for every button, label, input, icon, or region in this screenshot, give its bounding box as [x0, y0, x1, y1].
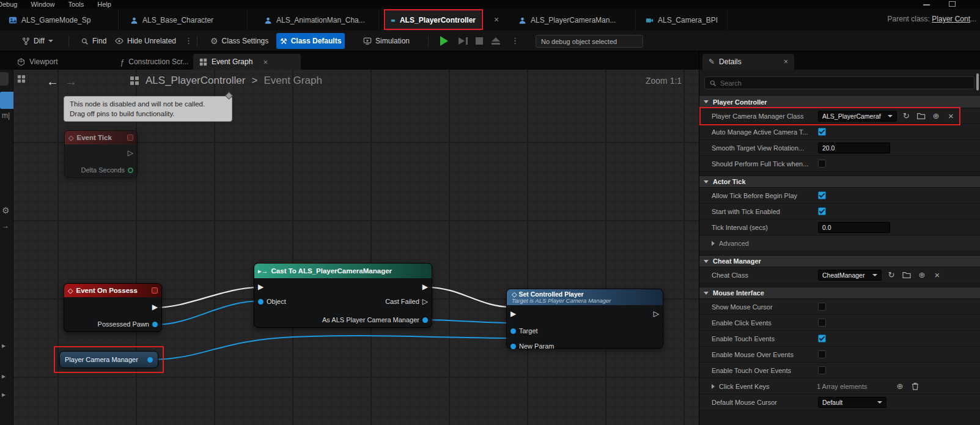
minimize-icon[interactable]	[923, 1, 930, 6]
cast-failed-pin[interactable]: Cast Failed ▷	[385, 298, 428, 305]
touch-events-checkbox[interactable]	[818, 334, 826, 342]
tab-als-playercontroller[interactable]: ALS_PlayerController	[386, 10, 481, 31]
nav-forward-arrow[interactable]: →	[65, 75, 77, 89]
nav-back-arrow[interactable]: ←	[46, 75, 59, 89]
menu-window[interactable]: Window	[24, 1, 61, 8]
hide-unrelated-options-icon[interactable]: ⋮	[185, 36, 193, 45]
start-tick-checkbox[interactable]	[818, 207, 826, 215]
browse-folder-icon[interactable]	[916, 113, 926, 120]
trash-icon[interactable]	[910, 382, 921, 390]
breadcrumb-leaf[interactable]: Event Graph	[263, 75, 322, 87]
exec-out-pin[interactable]: ▶	[422, 283, 428, 290]
node-cast-to-als-playercameramanager[interactable]: ▸→ Cast To ALS_PlayerCameraManager ▶ Obj…	[254, 263, 432, 328]
browse-folder-icon[interactable]	[901, 272, 912, 279]
section-mouse-interface[interactable]: Mouse Interface	[699, 287, 980, 299]
row-advanced-expander[interactable]: Advanced	[699, 235, 980, 251]
exec-out-pin[interactable]: ▷	[128, 149, 133, 157]
close-tab-icon[interactable]: ×	[784, 57, 788, 66]
tab-als-gamemode[interactable]: ALS_GameMode_Sp	[4, 10, 119, 31]
tab-als-base-character[interactable]: ALS_Base_Character	[125, 10, 248, 31]
section-player-controller[interactable]: Player Controller	[699, 96, 980, 108]
tab-viewport[interactable]: Viewport	[11, 54, 64, 70]
default-cursor-dropdown[interactable]: Default	[818, 397, 886, 408]
delta-seconds-pin[interactable]: Delta Seconds	[81, 166, 133, 174]
tick-interval-field[interactable]: 0.0	[818, 222, 890, 233]
find-button[interactable]: Find	[77, 33, 110, 49]
target-pin[interactable]: Target	[510, 327, 538, 334]
tab-als-animationman[interactable]: ALS_AnimationMan_Cha...	[259, 10, 379, 31]
exec-out-pin[interactable]: ▷	[654, 310, 659, 317]
object-pin[interactable]: Object	[258, 298, 286, 305]
panel-icon[interactable]	[0, 72, 9, 86]
breadcrumb-root[interactable]: ALS_PlayerController	[146, 75, 245, 87]
person-icon	[518, 17, 526, 24]
tab-als-playercameraman[interactable]: ALS_PlayerCameraMan...	[514, 10, 636, 31]
menu-debug[interactable]: Debug	[0, 1, 24, 8]
pcm-class-dropdown[interactable]: ALS_PlayerCameraf	[818, 111, 897, 122]
menu-help[interactable]: Help	[90, 1, 118, 8]
add-icon[interactable]: ⊕	[930, 112, 941, 120]
class-defaults-button[interactable]: ⚒ Class Defaults	[276, 33, 345, 49]
stop-button[interactable]	[472, 33, 487, 49]
class-settings-button[interactable]: ⚙ Class Settings	[207, 33, 272, 49]
tab-event-graph[interactable]: Event Graph ×	[193, 54, 301, 70]
node-event-on-possess[interactable]: ◇ Event On Possess ▶ Possessed Pawn	[64, 283, 162, 332]
panel-icon[interactable]: ▸	[2, 341, 6, 350]
as-player-camera-manager-pin[interactable]: As ALS Player Camera Manager	[322, 316, 428, 323]
function-icon: ƒ	[120, 57, 124, 67]
use-selected-icon[interactable]: ↻	[901, 112, 912, 120]
menu-tools[interactable]: Tools	[62, 1, 91, 8]
eject-button[interactable]	[488, 33, 504, 49]
section-cheat-manager[interactable]: Cheat Manager	[699, 255, 980, 267]
details-search[interactable]	[704, 76, 974, 89]
debug-object-dropdown[interactable]: No debug object selected	[536, 35, 643, 48]
frame-skip-button[interactable]	[455, 33, 471, 49]
simulation-button[interactable]: Simulation	[359, 33, 413, 49]
cheat-class-dropdown[interactable]: CheatManager	[818, 270, 882, 281]
add-element-icon[interactable]: ⊕	[894, 382, 905, 390]
auto-manage-checkbox[interactable]	[818, 128, 826, 136]
use-selected-icon[interactable]: ↻	[886, 271, 897, 279]
show-cursor-checkbox[interactable]	[818, 303, 826, 311]
graph-dropdown[interactable]	[17, 75, 29, 83]
exec-in-pin[interactable]: ▶	[258, 283, 263, 290]
maximize-icon[interactable]	[949, 1, 956, 7]
search-input[interactable]	[720, 79, 970, 87]
clear-icon[interactable]: ×	[932, 270, 943, 279]
clear-icon[interactable]: ×	[946, 111, 956, 120]
section-actor-tick[interactable]: Actor Tick	[699, 176, 980, 188]
full-tick-checkbox[interactable]	[818, 160, 826, 168]
click-events-checkbox[interactable]	[818, 319, 826, 327]
add-icon[interactable]: ⊕	[916, 271, 927, 279]
close-tab-icon[interactable]: ×	[263, 57, 268, 67]
play-options-icon[interactable]: ⋮	[511, 36, 519, 45]
node-event-tick[interactable]: ◇ Event Tick ▷ Delta Seconds	[64, 130, 138, 178]
panel-icon[interactable]: ▸	[2, 390, 6, 399]
arrow-icon[interactable]: →	[2, 221, 9, 230]
event-graph-canvas[interactable]: ← → ALS_PlayerController > Event Graph Z…	[0, 70, 699, 425]
object-pin-icon[interactable]	[147, 357, 153, 363]
exec-out-pin[interactable]: ▶	[152, 303, 158, 311]
hide-unrelated-button[interactable]: Hide Unrelated	[111, 33, 180, 49]
exec-in-pin[interactable]: ▶	[510, 310, 516, 317]
close-tab-icon[interactable]: ×	[494, 15, 499, 24]
mouse-over-checkbox[interactable]	[818, 350, 826, 358]
allow-tick-checkbox[interactable]	[818, 191, 826, 199]
scrollbar-thumb[interactable]	[976, 73, 979, 91]
gear-icon[interactable]: ⚙	[2, 205, 10, 215]
play-button[interactable]	[437, 33, 452, 49]
diff-button[interactable]: Diff	[18, 33, 57, 49]
smooth-rotation-field[interactable]: 20.0	[818, 142, 890, 153]
parent-class-link[interactable]: Player Cont	[932, 15, 970, 23]
tab-details[interactable]: ✎ Details ×	[702, 54, 794, 70]
new-param-pin[interactable]: New Param	[510, 342, 554, 350]
tab-construction-script[interactable]: ƒ Construction Scr...	[114, 54, 194, 70]
selected-panel-icon[interactable]	[0, 92, 13, 109]
node-set-controlled-player[interactable]: ◇ Set Controlled Player Target is ALS Pl…	[506, 289, 663, 349]
chevron-down-icon	[888, 115, 893, 117]
panel-icon[interactable]: ▸	[2, 372, 6, 380]
touch-over-checkbox[interactable]	[818, 366, 826, 374]
possessed-pawn-pin[interactable]: Possessed Pawn	[98, 320, 158, 328]
node-get-player-camera-manager[interactable]: Player Camera Manager	[59, 351, 158, 368]
tab-als-camera-bpi[interactable]: ALS_Camera_BPI	[641, 10, 728, 31]
